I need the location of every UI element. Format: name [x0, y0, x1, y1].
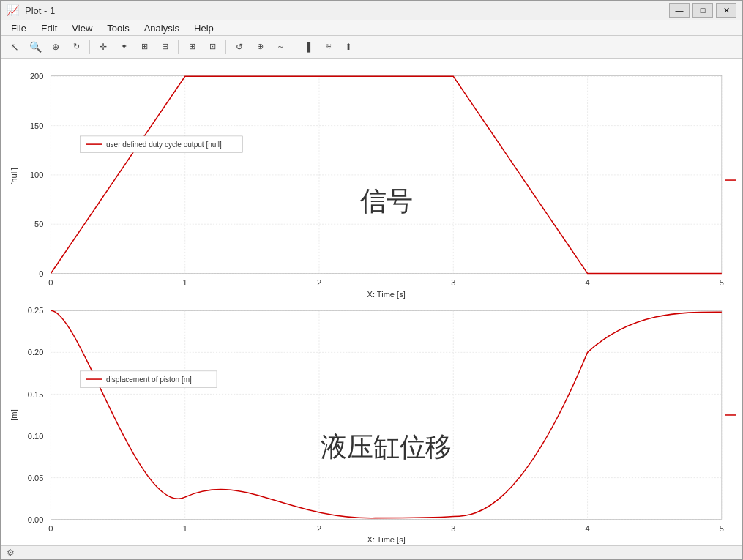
svg-text:5: 5	[720, 524, 724, 533]
window-title: Plot - 1	[25, 5, 663, 16]
spec-tool[interactable]: ≋	[318, 37, 337, 56]
link-tool[interactable]: ⊟	[155, 37, 174, 56]
svg-text:[m]: [m]	[10, 409, 18, 421]
svg-text:3: 3	[451, 524, 455, 533]
pin-tool[interactable]: ⊕	[250, 37, 269, 56]
minimize-button[interactable]: —	[669, 3, 690, 18]
svg-text:2: 2	[317, 277, 321, 286]
wave-tool[interactable]: ～	[271, 37, 290, 56]
zoom-tool[interactable]: 🔍	[26, 37, 45, 56]
crosshair-tool[interactable]: ✛	[94, 37, 113, 56]
maximize-button[interactable]: □	[692, 3, 713, 18]
chart2-legend: displacement of piston [m]	[106, 376, 192, 384]
svg-text:0: 0	[48, 524, 53, 533]
svg-text:X: Time [s]: X: Time [s]	[367, 535, 406, 544]
svg-text:0.15: 0.15	[28, 389, 44, 398]
chart1-wrapper: 0 50 100 150 200 [null] 0 1 2 3 4 5 X: T…	[7, 64, 736, 299]
pan-tool[interactable]: ⊕	[46, 37, 65, 56]
cursor-tool[interactable]: ↖	[5, 37, 24, 56]
bar-tool[interactable]: ▐	[298, 37, 317, 56]
svg-text:200: 200	[30, 72, 43, 81]
svg-text:0.10: 0.10	[28, 431, 44, 440]
svg-rect-0	[51, 75, 721, 273]
menu-edit[interactable]: Edit	[34, 21, 64, 35]
chart1-svg: 0 50 100 150 200 [null] 0 1 2 3 4 5 X: T…	[7, 64, 736, 299]
chart-container: 0 50 100 150 200 [null] 0 1 2 3 4 5 X: T…	[1, 59, 742, 546]
svg-text:5: 5	[720, 277, 724, 286]
grid-tool[interactable]: ⊞	[182, 37, 201, 56]
svg-text:1: 1	[183, 277, 187, 286]
chart2-wrapper: 0.00 0.05 0.10 0.15 0.20 0.25 [m] 0 1 2 …	[7, 299, 736, 545]
svg-text:150: 150	[30, 121, 43, 130]
close-button[interactable]: ✕	[716, 3, 736, 18]
menubar: File Edit View Tools Analysis Help	[1, 20, 742, 36]
svg-text:X: Time [s]: X: Time [s]	[367, 290, 406, 299]
status-icon: ⚙	[7, 548, 15, 558]
chart2-annotation: 液压缸位移	[321, 432, 452, 462]
menu-tools[interactable]: Tools	[100, 21, 136, 35]
chart2-svg: 0.00 0.05 0.10 0.15 0.20 0.25 [m] 0 1 2 …	[7, 299, 736, 545]
svg-rect-28	[51, 310, 721, 519]
titlebar: 📈 Plot - 1 — □ ✕	[1, 1, 742, 20]
export-tool[interactable]: ⬆	[339, 37, 358, 56]
chart1-legend: user defined duty cycle output [null]	[106, 141, 222, 149]
menu-file[interactable]: File	[4, 21, 34, 35]
chart1-annotation: 信号	[360, 185, 413, 215]
svg-text:0: 0	[48, 277, 53, 286]
sep3	[225, 40, 226, 54]
window-controls: — □ ✕	[669, 3, 736, 18]
svg-text:4: 4	[585, 524, 589, 533]
svg-text:1: 1	[183, 524, 187, 533]
toolbar: ↖ 🔍 ⊕ ↻ ✛ ✦ ⊞ ⊟ ⊞ ⊡ ↺ ⊕ ～ ▐ ≋ ⬆	[1, 36, 742, 59]
svg-text:[null]: [null]	[10, 168, 18, 185]
svg-text:2: 2	[317, 524, 321, 533]
svg-text:0.25: 0.25	[28, 306, 44, 315]
svg-text:4: 4	[585, 277, 589, 286]
svg-text:50: 50	[34, 220, 43, 228]
brush-tool[interactable]: ⊞	[135, 37, 154, 56]
refresh-tool[interactable]: ↺	[230, 37, 249, 56]
sep4	[294, 40, 294, 54]
statusbar: ⚙	[1, 545, 742, 559]
svg-text:0.20: 0.20	[28, 348, 44, 356]
datatip-tool[interactable]: ✦	[114, 37, 133, 56]
window-icon: 📈	[7, 4, 19, 16]
sep2	[178, 40, 179, 54]
svg-text:0: 0	[39, 269, 43, 277]
rotate-tool[interactable]: ↻	[67, 37, 86, 56]
svg-text:3: 3	[451, 277, 455, 286]
main-window: 📈 Plot - 1 — □ ✕ File Edit View Tools An…	[0, 0, 743, 560]
menu-help[interactable]: Help	[187, 21, 221, 35]
svg-text:0.00: 0.00	[28, 515, 44, 524]
svg-text:0.05: 0.05	[28, 473, 44, 482]
sep1	[89, 40, 90, 54]
layout-tool[interactable]: ⊡	[203, 37, 222, 56]
menu-view[interactable]: View	[64, 21, 100, 35]
menu-analysis[interactable]: Analysis	[137, 21, 187, 35]
svg-text:100: 100	[30, 171, 43, 179]
plot-area: 0 50 100 150 200 [null] 0 1 2 3 4 5 X: T…	[1, 59, 742, 546]
